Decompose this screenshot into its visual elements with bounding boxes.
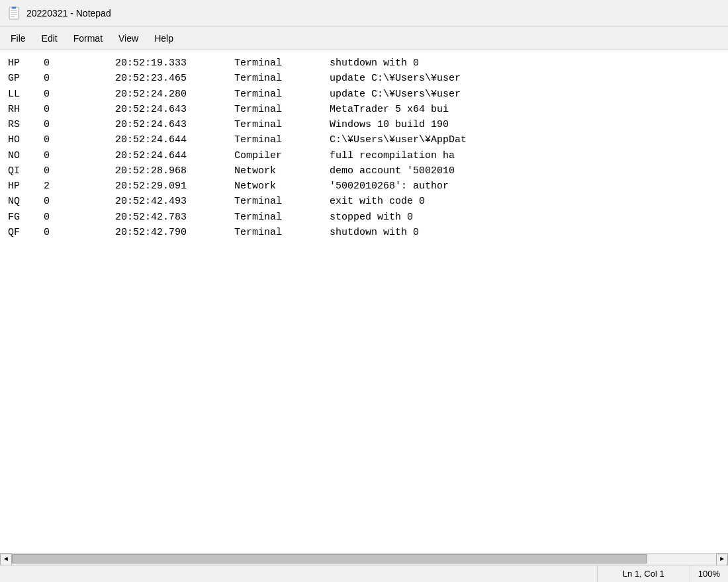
text-editor[interactable]: HP 0 20:52:19.333 Terminal shutdown with… (0, 50, 728, 553)
svg-rect-1 (12, 7, 16, 9)
window-title: 20220321 - Notepad (26, 8, 111, 19)
scroll-right-button[interactable]: ► (716, 554, 728, 565)
title-bar: 20220321 - Notepad (0, 0, 728, 26)
horizontal-scrollbar[interactable]: ◄ ► (0, 553, 728, 565)
notepad-icon (8, 7, 21, 20)
svg-rect-0 (9, 7, 19, 19)
menu-bar: File Edit Format View Help (0, 26, 728, 50)
menu-help[interactable]: Help (146, 30, 181, 46)
menu-view[interactable]: View (111, 30, 146, 46)
status-bar: Ln 1, Col 1 100% (0, 565, 728, 582)
menu-file[interactable]: File (3, 30, 34, 46)
cursor-position: Ln 1, Col 1 (597, 565, 690, 582)
scroll-left-button[interactable]: ◄ (0, 554, 12, 565)
zoom-level: 100% (690, 565, 728, 582)
scrollbar-thumb[interactable] (12, 554, 647, 563)
content-area: HP 0 20:52:19.333 Terminal shutdown with… (0, 50, 728, 565)
menu-format[interactable]: Format (66, 30, 111, 46)
menu-edit[interactable]: Edit (34, 30, 66, 46)
scrollbar-track[interactable] (12, 554, 716, 565)
